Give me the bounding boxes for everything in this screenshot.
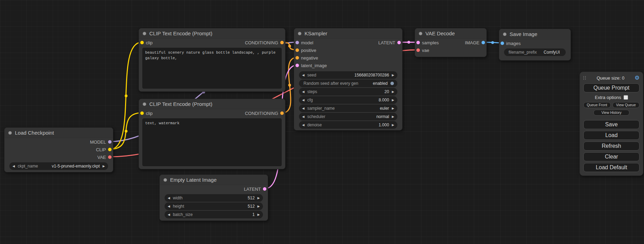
collapse-dot-icon[interactable] bbox=[419, 32, 422, 35]
increment-arrow-icon[interactable]: ▶ bbox=[392, 99, 394, 102]
node-clip-text-encode-positive[interactable]: CLIP Text Encode (Prompt) clip CONDITION… bbox=[139, 28, 285, 92]
queue-prompt-button[interactable]: Queue Prompt bbox=[583, 83, 639, 92]
decrement-arrow-icon[interactable]: ◀ bbox=[302, 90, 305, 93]
latent-slot-dot-icon[interactable] bbox=[416, 41, 420, 44]
output-slot-conditioning[interactable]: CONDITIONING bbox=[245, 40, 284, 45]
widget-scheduler[interactable]: ◀ scheduler normal ▶ bbox=[299, 113, 397, 120]
vae-slot-dot-icon[interactable] bbox=[108, 155, 112, 159]
increment-arrow-icon[interactable]: ▶ bbox=[257, 205, 260, 208]
widget-height[interactable]: ◀ height 512 ▶ bbox=[165, 202, 263, 210]
collapse-dot-icon[interactable] bbox=[8, 131, 12, 135]
input-slot-clip[interactable]: clip bbox=[140, 40, 153, 45]
increment-arrow-icon[interactable]: ▶ bbox=[103, 165, 105, 168]
output-slot-vae[interactable]: VAE bbox=[97, 155, 112, 160]
image-slot-dot-icon[interactable] bbox=[482, 41, 485, 44]
conditioning-slot-dot-icon[interactable] bbox=[295, 48, 299, 52]
settings-gear-icon[interactable]: ⚙ bbox=[635, 75, 639, 81]
input-slot-clip[interactable]: clip bbox=[140, 111, 153, 116]
collapse-dot-icon[interactable] bbox=[164, 178, 167, 182]
decrement-arrow-icon[interactable]: ◀ bbox=[302, 115, 305, 118]
decrement-arrow-icon[interactable]: ◀ bbox=[302, 99, 305, 102]
input-slot-samples[interactable]: samples bbox=[416, 40, 439, 45]
output-slot-latent[interactable]: LATENT bbox=[244, 187, 266, 192]
node-graph-canvas[interactable]: Load Checkpoint MODEL CLIP VAE ◀ ckpt_na… bbox=[0, 0, 644, 244]
input-slot-model[interactable]: model bbox=[295, 40, 313, 45]
widget-batch-size[interactable]: ◀ batch_size 1 ▶ bbox=[165, 211, 263, 218]
decrement-arrow-icon[interactable]: ◀ bbox=[302, 107, 305, 110]
node-empty-latent-image[interactable]: Empty Latent Image LATENT ◀ width 512 ▶ … bbox=[159, 174, 268, 221]
widget-sampler-name[interactable]: ◀ sampler_name euler ▶ bbox=[299, 105, 397, 112]
widget-steps[interactable]: ◀ steps 20 ▶ bbox=[299, 88, 397, 96]
increment-arrow-icon[interactable]: ▶ bbox=[257, 213, 260, 216]
output-slot-conditioning[interactable]: CONDITIONING bbox=[245, 111, 284, 116]
decrement-arrow-icon[interactable]: ◀ bbox=[302, 124, 305, 127]
increment-arrow-icon[interactable]: ▶ bbox=[392, 74, 394, 77]
node-clip-text-encode-negative[interactable]: CLIP Text Encode (Prompt) clip CONDITION… bbox=[139, 99, 285, 169]
node-vae-decode[interactable]: VAE Decode samples IMAGE vae bbox=[415, 28, 487, 57]
view-history-button[interactable]: View History bbox=[593, 110, 629, 116]
widget-denoise[interactable]: ◀ denoise 1.000 ▶ bbox=[299, 121, 397, 129]
clip-slot-dot-icon[interactable] bbox=[108, 148, 112, 151]
queue-front-button[interactable]: Queue Front bbox=[583, 102, 611, 108]
conditioning-slot-dot-icon[interactable] bbox=[280, 41, 284, 44]
node-header[interactable]: KSampler bbox=[294, 28, 402, 39]
node-header[interactable]: CLIP Text Encode (Prompt) bbox=[139, 28, 285, 39]
widget-width[interactable]: ◀ width 512 ▶ bbox=[165, 194, 263, 202]
collapse-dot-icon[interactable] bbox=[143, 32, 146, 35]
latent-slot-dot-icon[interactable] bbox=[295, 64, 299, 67]
clip-slot-dot-icon[interactable] bbox=[140, 41, 144, 44]
latent-slot-dot-icon[interactable] bbox=[263, 187, 266, 191]
vae-slot-dot-icon[interactable] bbox=[416, 48, 420, 52]
node-header[interactable]: Empty Latent Image bbox=[160, 175, 268, 185]
negative-prompt-textarea[interactable]: text, watermark bbox=[142, 118, 282, 166]
increment-arrow-icon[interactable]: ▶ bbox=[392, 124, 394, 127]
positive-prompt-textarea[interactable]: beautiful scenery nature glass bottle la… bbox=[142, 48, 282, 89]
refresh-button[interactable]: Refresh bbox=[583, 142, 639, 151]
widget-random-seed-toggle[interactable]: Random seed after every gen enabled bbox=[299, 80, 397, 87]
model-slot-dot-icon[interactable] bbox=[295, 41, 299, 44]
conditioning-slot-dot-icon[interactable] bbox=[280, 111, 284, 115]
decrement-arrow-icon[interactable]: ◀ bbox=[12, 165, 15, 168]
save-button[interactable]: Save bbox=[583, 120, 639, 129]
comfy-menu-panel[interactable]: Queue size: 0 ⚙ Queue Prompt Extra optio… bbox=[580, 72, 643, 176]
clear-button[interactable]: Clear bbox=[583, 152, 639, 161]
input-slot-positive[interactable]: positive bbox=[295, 48, 316, 53]
toggle-dot-icon[interactable] bbox=[390, 82, 394, 85]
collapse-dot-icon[interactable] bbox=[298, 32, 301, 35]
collapse-dot-icon[interactable] bbox=[143, 102, 146, 106]
output-slot-clip[interactable]: CLIP bbox=[96, 147, 112, 152]
image-slot-dot-icon[interactable] bbox=[501, 42, 504, 45]
output-slot-image[interactable]: IMAGE bbox=[465, 40, 485, 45]
widget-ckpt-name[interactable]: ◀ ckpt_name v1-5-pruned-emaonly.ckpt ▶ bbox=[9, 162, 108, 170]
widget-filename-prefix[interactable]: filename_prefix ComfyUI bbox=[504, 48, 566, 56]
decrement-arrow-icon[interactable]: ◀ bbox=[168, 213, 170, 216]
input-slot-latent-image[interactable]: latent_image bbox=[295, 63, 327, 68]
increment-arrow-icon[interactable]: ▶ bbox=[392, 90, 394, 93]
decrement-arrow-icon[interactable]: ◀ bbox=[168, 197, 170, 200]
increment-arrow-icon[interactable]: ▶ bbox=[392, 115, 394, 118]
widget-seed[interactable]: ◀ seed 156680208700286 ▶ bbox=[299, 71, 397, 79]
increment-arrow-icon[interactable]: ▶ bbox=[257, 197, 260, 200]
collapse-dot-icon[interactable] bbox=[503, 33, 506, 36]
output-slot-latent[interactable]: LATENT bbox=[378, 40, 401, 45]
model-slot-dot-icon[interactable] bbox=[108, 140, 112, 144]
decrement-arrow-icon[interactable]: ◀ bbox=[302, 74, 305, 77]
load-button[interactable]: Load bbox=[583, 131, 639, 140]
node-header[interactable]: VAE Decode bbox=[415, 28, 486, 39]
drag-handle-icon[interactable] bbox=[583, 76, 586, 80]
node-ksampler[interactable]: KSampler model LATENT positive negative bbox=[294, 28, 403, 130]
node-load-checkpoint[interactable]: Load Checkpoint MODEL CLIP VAE ◀ ckpt_na… bbox=[4, 127, 113, 172]
clip-slot-dot-icon[interactable] bbox=[140, 111, 144, 115]
node-header[interactable]: CLIP Text Encode (Prompt) bbox=[139, 99, 285, 109]
increment-arrow-icon[interactable]: ▶ bbox=[392, 107, 394, 110]
node-save-image[interactable]: Save Image images filename_prefix ComfyU… bbox=[499, 29, 571, 61]
view-queue-button[interactable]: View Queue bbox=[612, 102, 640, 108]
load-default-button[interactable]: Load Default bbox=[583, 163, 639, 172]
widget-cfg[interactable]: ◀ cfg 8.000 ▶ bbox=[299, 96, 397, 104]
node-header[interactable]: Save Image bbox=[499, 29, 571, 39]
output-slot-model[interactable]: MODEL bbox=[90, 139, 112, 145]
input-slot-vae[interactable]: vae bbox=[416, 48, 429, 53]
extra-options-checkbox[interactable] bbox=[624, 95, 628, 100]
latent-slot-dot-icon[interactable] bbox=[397, 41, 401, 44]
input-slot-images[interactable]: images bbox=[501, 41, 521, 46]
